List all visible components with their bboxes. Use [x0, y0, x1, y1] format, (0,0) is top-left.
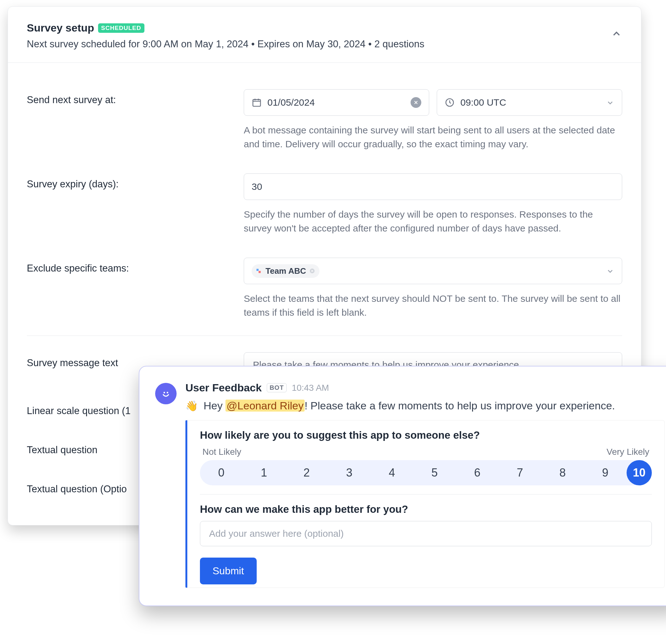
scale-option-10[interactable]: 10 [627, 460, 652, 485]
date-input[interactable]: 01/05/2024 [244, 89, 429, 116]
scale-option-7[interactable]: 7 [498, 460, 541, 485]
bot-avatar [155, 383, 177, 404]
user-mention[interactable]: @Leonard Riley [226, 400, 304, 412]
bot-name: User Feedback [186, 382, 262, 394]
bot-badge: BOT [267, 383, 287, 392]
scale-option-3[interactable]: 3 [328, 460, 370, 485]
scale-option-0[interactable]: 0 [200, 460, 243, 485]
clock-icon [445, 98, 455, 107]
status-badge: SCHEDULED [98, 23, 144, 33]
scale-option-9[interactable]: 9 [584, 460, 627, 485]
exclude-select[interactable]: Team ABC [244, 258, 622, 284]
calendar-icon [252, 98, 262, 107]
scale-option-8[interactable]: 8 [541, 460, 584, 485]
scale-option-5[interactable]: 5 [413, 460, 456, 485]
helper-send-at: A bot message containing the survey will… [244, 123, 622, 151]
time-input[interactable]: 09:00 UTC [437, 89, 622, 116]
svg-point-5 [167, 392, 169, 393]
clear-date-icon[interactable] [410, 97, 421, 108]
svg-point-3 [160, 388, 171, 399]
helper-exclude: Select the teams that the next survey sh… [244, 292, 622, 319]
label-exclude: Exclude specific teams: [27, 258, 229, 274]
expiry-value[interactable] [252, 181, 614, 192]
chat-message: 👋 Hey @Leonard Riley! Please take a few … [186, 398, 665, 414]
field-send-at: Send next survey at: 01/05/2024 [27, 78, 622, 162]
field-exclude: Exclude specific teams: Team ABC [27, 246, 622, 331]
divider [200, 494, 652, 494]
label-send-at: Send next survey at: [27, 89, 229, 106]
svg-rect-0 [253, 100, 261, 106]
chip-label: Team ABC [265, 266, 306, 276]
page-title: Survey setup [27, 22, 94, 34]
chevron-down-icon [606, 267, 614, 275]
chat-preview-popup: User Feedback BOT 10:43 AM 👋 Hey @Leonar… [139, 366, 666, 606]
question-1-title: How likely are you to suggest this app t… [200, 429, 652, 441]
field-expiry: Survey expiry (days): Specify the number… [27, 162, 622, 246]
svg-point-4 [164, 392, 165, 393]
scale-option-4[interactable]: 4 [370, 460, 413, 485]
submit-button[interactable]: Submit [200, 558, 257, 585]
message-time: 10:43 AM [292, 383, 329, 393]
time-value: 09:00 UTC [460, 97, 506, 108]
label-expiry: Survey expiry (days): [27, 173, 229, 190]
scale-option-2[interactable]: 2 [285, 460, 328, 485]
date-value: 01/05/2024 [267, 97, 315, 108]
chip-icon [255, 267, 262, 275]
page-subtitle: Next survey scheduled for 9:00 AM on May… [27, 38, 611, 50]
survey-card: How likely are you to suggest this app t… [186, 420, 665, 588]
team-chip[interactable]: Team ABC [252, 264, 319, 278]
scale-option-6[interactable]: 6 [456, 460, 498, 485]
scale-container: 012345678910 [200, 460, 652, 485]
card-header: Survey setup SCHEDULED Next survey sched… [8, 6, 641, 63]
question-2-title: How can we make this app better for you? [200, 503, 652, 515]
scale-high-label: Very Likely [607, 447, 649, 457]
scale-low-label: Not Likely [203, 447, 241, 457]
answer-input[interactable] [200, 521, 652, 546]
chevron-down-icon [606, 99, 614, 107]
helper-expiry: Specify the number of days the survey wi… [244, 208, 622, 235]
wave-emoji-icon: 👋 [186, 400, 198, 412]
scale-option-1[interactable]: 1 [243, 460, 285, 485]
chip-remove-icon[interactable] [309, 266, 315, 276]
collapse-icon[interactable] [611, 28, 622, 39]
expiry-input[interactable] [244, 173, 622, 200]
